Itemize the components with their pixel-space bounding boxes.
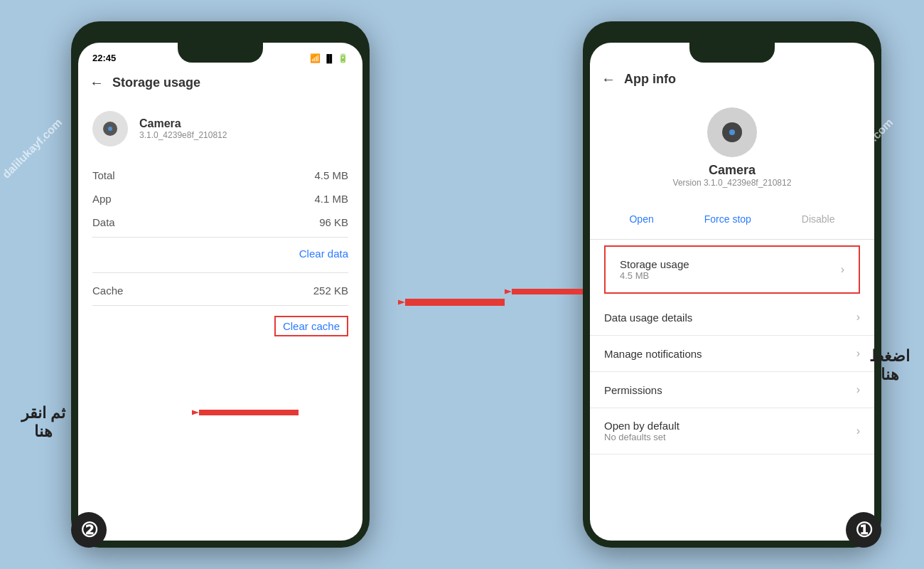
- app-header-left: Camera 3.1.0_4239e8f_210812: [78, 100, 362, 158]
- arabic-annotation-right: اضغط هنا: [869, 347, 910, 384]
- page-title-right: App info: [624, 72, 676, 87]
- app-icon-large: [707, 107, 757, 157]
- arrow-to-clear-cache: [192, 391, 306, 434]
- back-arrow-right[interactable]: ←: [601, 71, 616, 87]
- open-by-default-item[interactable]: Open by default No defaults set ›: [590, 408, 874, 454]
- data-usage-chevron: ›: [856, 311, 860, 324]
- clear-data-button[interactable]: Clear data: [92, 240, 348, 267]
- permissions-chevron: ›: [856, 383, 860, 396]
- storage-usage-subtitle: 4.5 MB: [620, 270, 689, 281]
- clear-cache-button[interactable]: Clear cache: [274, 316, 348, 336]
- data-usage-item[interactable]: Data usage details ›: [590, 299, 874, 336]
- storage-usage-title: Storage usage: [620, 258, 689, 270]
- divider-1: [92, 237, 348, 238]
- page-title-left: Storage usage: [112, 75, 200, 90]
- storage-usage-item-wrapper: Storage usage 4.5 MB ›: [590, 245, 874, 294]
- manage-notifications-chevron: ›: [856, 347, 860, 360]
- watermark-left: dalilukayf.com: [0, 116, 65, 181]
- storage-usage-content: Storage usage 4.5 MB: [620, 258, 689, 281]
- cache-section: Cache 252 KB Clear cache: [78, 273, 362, 349]
- storage-usage-item[interactable]: Storage usage 4.5 MB ›: [604, 245, 860, 294]
- app-icon-left: [92, 111, 128, 147]
- app-version-right: Version 3.1.0_4239e8f_210812: [673, 178, 792, 188]
- badge-left: ②: [71, 512, 107, 548]
- disable-button[interactable]: Disable: [793, 211, 844, 228]
- open-by-default-subtitle: No defaults set: [604, 432, 679, 442]
- back-arrow-left[interactable]: ←: [90, 75, 104, 91]
- manage-notifications-title: Manage notifications: [604, 348, 702, 360]
- camera-icon-left: [103, 122, 117, 136]
- open-by-default-content: Open by default No defaults set: [604, 420, 679, 442]
- permissions-item[interactable]: Permissions ›: [590, 372, 874, 408]
- storage-usage-menu-item[interactable]: Storage usage 4.5 MB ›: [606, 247, 859, 292]
- notch-right: [689, 43, 775, 63]
- storage-row-data: Data 96 KB: [92, 211, 348, 234]
- permissions-content: Permissions: [604, 384, 662, 396]
- force-stop-button[interactable]: Force stop: [696, 211, 760, 228]
- arrow-between-phones: [398, 277, 512, 327]
- phone-left-screen: 22:45 📶 ▐▌ 🔋 ← Storage usage Camera 3.1.…: [78, 43, 362, 541]
- wifi-icon: 📶: [310, 53, 321, 63]
- storage-section: Total 4.5 MB App 4.1 MB Data 96 KB Clear…: [78, 158, 362, 272]
- notch-left: [178, 43, 263, 63]
- app-value: 4.1 MB: [314, 193, 348, 205]
- manage-notifications-content: Manage notifications: [604, 348, 702, 360]
- battery-icon: 🔋: [338, 53, 348, 63]
- signal-icon: ▐▌: [323, 54, 335, 63]
- app-name-left: Camera: [139, 117, 227, 130]
- action-buttons-row: Open Force stop Disable: [590, 199, 874, 240]
- badge-right: ①: [846, 512, 881, 548]
- total-value: 4.5 MB: [314, 169, 348, 181]
- data-usage-content: Data usage details: [604, 312, 692, 324]
- storage-row-app: App 4.1 MB: [92, 187, 348, 211]
- data-label: Data: [92, 216, 115, 228]
- cache-row: Cache 252 KB: [92, 279, 348, 302]
- status-icons-left: 📶 ▐▌ 🔋: [310, 53, 348, 63]
- arabic-annotation-left: ثم انقر هنا: [21, 404, 65, 441]
- camera-icon-large: [722, 122, 742, 142]
- manage-notifications-item[interactable]: Manage notifications ›: [590, 336, 874, 372]
- storage-usage-chevron: ›: [841, 263, 844, 276]
- open-by-default-chevron: ›: [856, 425, 860, 437]
- data-value: 96 KB: [319, 216, 348, 228]
- clear-cache-container: Clear cache: [92, 309, 348, 344]
- app-name-right: Camera: [709, 163, 756, 178]
- phone-left: 22:45 📶 ▐▌ 🔋 ← Storage usage Camera 3.1.…: [71, 21, 370, 548]
- cache-value: 252 KB: [313, 284, 348, 297]
- time-left: 22:45: [92, 53, 116, 63]
- app-label: App: [92, 193, 112, 205]
- open-by-default-title: Open by default: [604, 420, 679, 432]
- storage-row-total: Total 4.5 MB: [92, 164, 348, 187]
- cache-label: Cache: [92, 284, 123, 297]
- data-usage-title: Data usage details: [604, 312, 692, 324]
- permissions-title: Permissions: [604, 384, 662, 396]
- open-button[interactable]: Open: [621, 211, 662, 228]
- divider-3: [92, 305, 348, 306]
- top-bar-left: ← Storage usage: [78, 66, 362, 100]
- arrow-to-storage-usage: [505, 270, 590, 313]
- phone-right-screen: ← App info Camera Version 3.1.0_4239e8f_…: [590, 43, 874, 541]
- app-version-left: 3.1.0_4239e8f_210812: [139, 130, 227, 140]
- app-info-left: Camera 3.1.0_4239e8f_210812: [139, 117, 227, 140]
- app-info-center: Camera Version 3.1.0_4239e8f_210812: [590, 96, 874, 199]
- phone-right: ← App info Camera Version 3.1.0_4239e8f_…: [583, 21, 881, 548]
- total-label: Total: [92, 169, 115, 181]
